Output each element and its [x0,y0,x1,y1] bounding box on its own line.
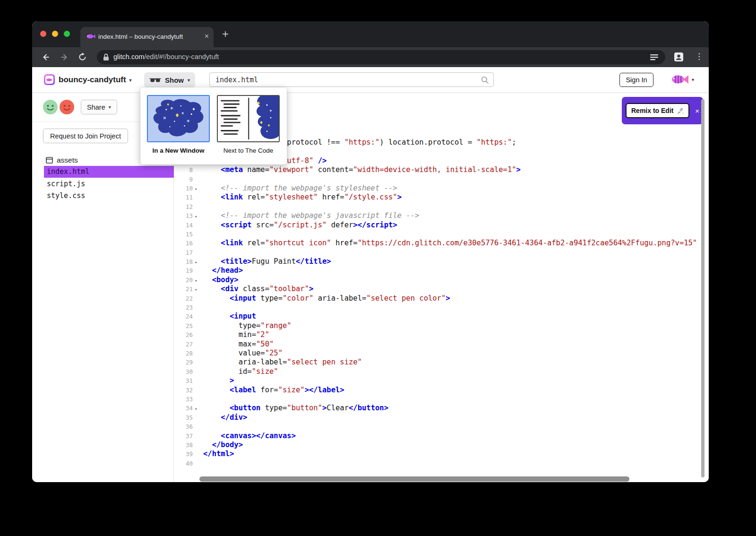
project-name-button[interactable]: bouncy-candytuft ▾ [59,75,132,85]
glitch-header: bouncy-candytuft ▾ Show ▾ Sign In [32,67,709,93]
chevron-down-icon[interactable]: ▾ [692,77,694,82]
assets-icon [46,157,53,164]
vertical-scrollbar[interactable] [701,99,704,477]
code-line[interactable]: 40 [174,459,701,468]
code-line[interactable]: 39</html> [174,450,701,458]
code-line[interactable]: 27 max="50" [174,340,701,349]
code-line[interactable]: 17 [174,248,701,257]
sign-in-button[interactable]: Sign In [619,73,653,87]
user-avatar-fish[interactable] [671,72,689,86]
request-to-join-button[interactable]: Request to Join Project [43,129,128,143]
project-name: bouncy-candytuft [59,75,126,85]
code-line[interactable]: 26 min="2" [174,330,701,339]
tab-bar: index.html – bouncy-candytuft × + [32,21,709,47]
forward-icon[interactable] [60,52,69,62]
code-line[interactable]: 12 [174,202,701,211]
code-line[interactable]: 19 </head> [174,266,701,275]
code-line[interactable]: 28 value="25" [174,349,701,358]
code-line[interactable]: 10▾ <!-- import the webpage's stylesheet… [174,184,701,193]
line-number: 40 [174,459,193,468]
code-line[interactable]: 23 [174,303,701,312]
code-line[interactable]: 13▾ <!-- import the webpage's javascript… [174,211,701,220]
code-line[interactable]: 21▾ <div class="toolbar"> [174,285,701,294]
code-line[interactable]: 22 <input type="color" aria-label="selec… [174,294,701,303]
code-line[interactable]: 31 > [174,376,701,385]
code-area[interactable]: 5 if (location.protocol !== "https:") lo… [174,138,701,468]
code-text: <body> [203,276,239,284]
code-text: </html> [203,450,234,458]
line-number: 36 [174,422,193,431]
horizontal-scrollbar[interactable] [199,476,629,482]
code-line[interactable]: 36 [174,422,701,431]
profile-badge-icon[interactable] [674,52,684,62]
code-line[interactable]: 33 [174,395,701,404]
file-search-input[interactable] [215,74,461,85]
code-line[interactable]: 15 [174,230,701,239]
remix-banner: Remix to Edit × [622,97,703,124]
line-number: 20 [174,276,193,285]
url-path: /edit/#!/bouncy-candytuft [144,53,219,61]
file-item-style-css[interactable]: style.css [44,190,174,202]
code-line[interactable]: 38 </body> [174,441,701,450]
code-text: type="range" [203,321,292,330]
show-button[interactable]: Show ▾ [144,72,195,88]
window-minimize-button[interactable] [52,31,58,37]
line-number: 25 [174,321,193,330]
code-text: value="25" [203,349,283,357]
show-option-next-to-code[interactable]: Next to The Code [217,95,280,154]
tab-close-icon[interactable]: × [205,32,209,41]
file-name: script.js [47,180,85,188]
show-label: Show [165,76,184,84]
line-number: 11 [174,193,193,202]
line-number: 34 [174,404,193,413]
new-tab-icon[interactable]: + [222,27,229,41]
code-line[interactable]: 35 </div> [174,413,701,422]
code-text: <div class="toolbar"> [203,285,313,293]
code-line[interactable]: 8 <meta name="viewport" content="width=d… [174,165,701,174]
code-text: max="50" [203,340,274,348]
share-button[interactable]: Share ▾ [81,100,117,114]
code-line[interactable]: 32 <label for="size"></label> [174,386,701,395]
code-line[interactable]: 34▾ <button type="button">Clear</button> [174,404,701,413]
show-option-new-window[interactable]: In a New Window [147,95,210,154]
address-bar[interactable]: glitch.com/edit/#!/bouncy-candytuft [97,50,665,64]
code-line[interactable]: 14 <script src="/script.js" defer></scri… [174,221,701,230]
window-close-button[interactable] [40,31,46,37]
line-number: 37 [174,432,193,441]
fold-chevron-icon[interactable]: ▾ [193,405,203,414]
line-number: 18 [174,257,193,266]
code-line[interactable]: 20▾ <body> [174,276,701,285]
window-zoom-button[interactable] [64,31,70,37]
code-line[interactable]: 11 <link rel="stylesheet" href="/style.c… [174,193,701,202]
chevron-down-icon: ▾ [188,78,190,83]
reading-list-icon[interactable] [650,54,658,61]
code-line[interactable]: 37 <canvas></canvas> [174,432,701,441]
browser-tab[interactable]: index.html – bouncy-candytuft × [80,27,214,47]
remix-banner-close-icon[interactable]: × [695,107,699,115]
code-line[interactable]: 16 <link rel="shortcut icon" href="https… [174,239,701,248]
line-number: 16 [174,239,193,248]
assets-label: assets [57,156,78,164]
chevron-down-icon: ▾ [129,78,132,83]
code-line[interactable]: 18▾ <title>Fugu Paint</title> [174,257,701,266]
fold-chevron-icon[interactable]: ▾ [193,212,203,221]
file-search-box [209,72,494,87]
glitch-logo[interactable] [44,74,55,85]
code-line[interactable]: 29 aria-label="select pen size" [174,358,701,367]
code-line[interactable]: 30 id="size" [174,367,701,376]
line-number: 22 [174,294,193,303]
file-item-script-js[interactable]: script.js [44,178,174,190]
remix-to-edit-button[interactable]: Remix to Edit [626,103,689,118]
code-text: <button type="button">Clear</button> [203,404,388,412]
fold-chevron-icon[interactable]: ▾ [193,285,203,294]
code-line[interactable]: 24 <input [174,312,701,321]
code-text: <title>Fugu Paint</title> [203,257,331,266]
back-icon[interactable] [41,52,51,62]
sidebar-item-assets[interactable]: assets [46,156,78,164]
code-line[interactable]: 9 [174,175,701,184]
code-line[interactable]: 25 type="range" [174,321,701,330]
file-item-index-html[interactable]: index.html [44,166,174,178]
browser-menu-icon[interactable]: ⋮ [695,52,703,61]
reload-icon[interactable] [78,52,87,61]
code-text: min="2" [203,330,269,339]
